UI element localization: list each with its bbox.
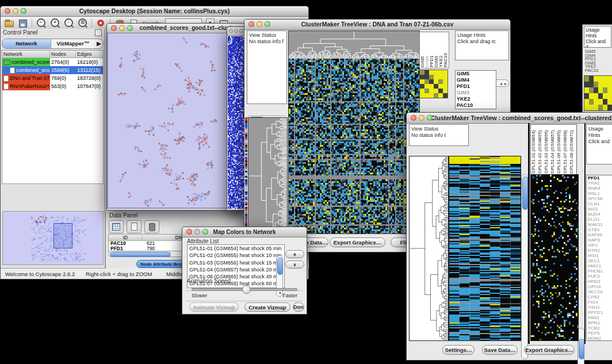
array-label[interactable]: GPL51-08 (GSM872)	[569, 125, 576, 174]
minimize-button[interactable]	[13, 8, 18, 14]
col-nodes[interactable]: Nodes	[50, 51, 76, 58]
array-label[interactable]: GIM3	[434, 33, 439, 67]
minimize-button[interactable]	[234, 29, 238, 33]
attribute-item[interactable]: GPL51-03 (GSM856) heat shock 15 min	[188, 259, 284, 266]
done-button[interactable]: Done	[293, 302, 304, 312]
close-button[interactable]	[248, 21, 254, 27]
minimize-button[interactable]	[419, 115, 424, 121]
export-graphics-button[interactable]: Export Graphics…	[524, 345, 575, 355]
gene-label[interactable]: GIM3	[456, 90, 496, 96]
array-label[interactable]: GPL51-07 (GSM868)	[563, 125, 569, 174]
array-label[interactable]: GPL51-01 (GSM854)	[531, 125, 538, 174]
zoom-fit-button[interactable]: ⊡	[78, 18, 87, 28]
scroll-left-arrow[interactable]: ◄	[499, 82, 503, 86]
gene-label[interactable]: PEP5	[587, 331, 612, 336]
gene-label[interactable]: YSH1	[587, 305, 612, 310]
move-up-button[interactable]: ∧	[285, 250, 304, 258]
overview-selection-rect[interactable]	[53, 223, 72, 248]
network-row[interactable]: combined_scores_ 2764(0) 16218(0)	[2, 58, 103, 66]
zoom-window-button[interactable]	[427, 115, 433, 121]
gene-label[interactable]: PHO81	[587, 269, 612, 274]
gene-label[interactable]: ELG1	[587, 217, 612, 222]
treeview3-zoom-heatmap[interactable]	[584, 75, 612, 111]
gene-label[interactable]: MON2	[587, 336, 612, 341]
treeview1-array-dendrogram[interactable]	[288, 30, 420, 59]
gene-label[interactable]: HAP3	[587, 237, 612, 243]
gene-label[interactable]: MAK31	[587, 222, 612, 227]
network-row[interactable]: RNAPuberNov2+ 563(0) 107847(0)	[2, 82, 103, 90]
gene-label[interactable]: FIG4	[587, 300, 612, 305]
gene-label[interactable]: YRA1	[587, 181, 612, 186]
array-label[interactable]: GPL51-04 (GSM857)	[550, 125, 557, 174]
open-session-button[interactable]	[4, 18, 14, 28]
zoom-out-button[interactable]: −	[36, 18, 46, 28]
gene-label[interactable]: SEC24	[587, 289, 612, 294]
close-button[interactable]	[5, 8, 10, 14]
settings-button[interactable]: Settings…	[442, 345, 475, 355]
attribute-item[interactable]: GPL51-04 (GSM857) heat shock 20 min	[188, 266, 284, 273]
gene-label[interactable]: HRD3	[587, 279, 612, 284]
tab-network[interactable]: Network	[2, 39, 51, 48]
slider-thumb[interactable]	[242, 285, 251, 294]
scroll-thumb[interactable]	[579, 339, 584, 359]
animation-speed-slider[interactable]	[192, 285, 297, 293]
treeview1-zoom-heatmap[interactable]	[419, 70, 448, 98]
zoom-window-button[interactable]	[265, 21, 270, 27]
attribute-item[interactable]: GPL51-01 (GSM854) heat shock 05 min	[188, 245, 284, 252]
close-button[interactable]	[229, 29, 233, 33]
array-label[interactable]: YKE2	[439, 33, 443, 67]
zoom-window-button[interactable]	[21, 8, 26, 14]
help-button[interactable]	[96, 18, 106, 28]
save-session-button[interactable]	[18, 18, 28, 28]
gene-label[interactable]: GPI16	[587, 284, 612, 289]
gene-label[interactable]: PFD1	[587, 175, 612, 181]
array-label[interactable]: PAC10	[443, 33, 448, 67]
col-network[interactable]: Network	[2, 51, 50, 58]
main-title-bar[interactable]: Cytoscape Desktop (Session Name: collins…	[1, 6, 308, 17]
gene-label[interactable]: CLN1	[587, 201, 612, 206]
select-attributes-button[interactable]	[109, 220, 124, 233]
treeview2-zoom-heatmap[interactable]	[530, 174, 579, 341]
overview-canvas[interactable]	[3, 212, 102, 263]
scroll-thumb[interactable]	[277, 258, 283, 275]
data-panel-hscrollbar[interactable]	[108, 251, 183, 257]
network-overview-panel[interactable]	[2, 211, 104, 265]
treeview2-heatmap-vscrollbar[interactable]	[521, 174, 528, 359]
gene-label[interactable]: RPN1	[587, 320, 612, 325]
gene-label[interactable]: GIM5	[456, 71, 496, 77]
gene-label[interactable]: KAP95	[587, 232, 612, 237]
gene-label[interactable]: VIP1	[587, 243, 612, 248]
tab-vizmapper[interactable]: VizMapper™	[51, 39, 95, 48]
close-button[interactable]	[111, 25, 117, 31]
array-label[interactable]: GIM5	[420, 33, 425, 67]
gene-label[interactable]: GIM4	[456, 77, 496, 83]
gene-label[interactable]: MSL1	[587, 191, 612, 196]
zoom-in-button[interactable]: +	[50, 18, 60, 28]
save-data-button[interactable]: Save Data…	[482, 345, 518, 355]
treeview1-title-bar[interactable]: ClusterMaker TreeView : DNA and Tran 07-…	[244, 20, 510, 30]
gene-label[interactable]: BUD4	[587, 212, 612, 217]
minimize-button[interactable]	[257, 21, 262, 27]
tab-overflow-arrow[interactable]: ▶	[95, 39, 103, 48]
float-panel-icon[interactable]	[95, 29, 102, 36]
minimize-button[interactable]	[119, 25, 125, 31]
minimize-button[interactable]	[194, 229, 200, 235]
new-attribute-button[interactable]	[127, 220, 141, 233]
gene-label[interactable]: RNR4	[587, 186, 612, 191]
gene-label[interactable]: PUF3	[587, 274, 612, 279]
gene-label[interactable]: TCB3	[587, 325, 612, 331]
animate-vizmap-button[interactable]: Animate Vizmap	[189, 302, 239, 312]
col-edges[interactable]: Edges	[76, 51, 103, 58]
network-view-title-bar[interactable]: combined_scores_good.txt--cluste...	[107, 24, 247, 33]
gene-label[interactable]: PAC10	[584, 69, 611, 73]
array-label[interactable]: GPL51-02 (GSM855)	[538, 125, 544, 174]
treeview2-gene-dendrogram[interactable]	[409, 156, 449, 341]
zoom-window-button[interactable]	[127, 25, 133, 31]
array-label[interactable]: PFD1	[430, 33, 434, 67]
gene-label[interactable]: RPO21	[587, 310, 612, 315]
network-row[interactable]: combined_sco 2569(6) 13112(15)	[2, 66, 103, 74]
attribute-item[interactable]: GPL51-02 (GSM855) heat shock 10 min	[188, 252, 284, 259]
gene-label[interactable]: SEC1	[587, 258, 612, 263]
dialog-title-bar[interactable]: Map Colors to Network	[182, 227, 307, 237]
gene-label[interactable]: PFD1	[456, 83, 496, 90]
